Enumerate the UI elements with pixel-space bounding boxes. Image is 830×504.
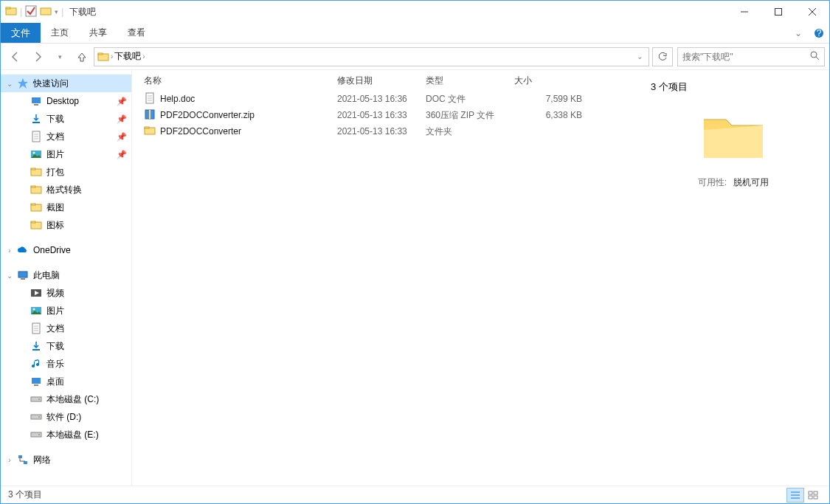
zip-icon [144,108,156,122]
svg-rect-58 [149,110,151,119]
ribbon-expand-icon[interactable]: ⌄ [788,23,809,43]
separator: | [20,7,22,17]
share-tab[interactable]: 共享 [79,23,117,43]
svg-rect-43 [32,378,41,384]
column-headers: 名称 修改日期 类型 大小 [132,70,637,91]
path-root-icon[interactable] [96,48,111,66]
sidebar-item[interactable]: Desktop📌 [1,92,131,110]
sidebar-item[interactable]: 截图 [1,199,131,216]
up-button[interactable] [72,46,92,67]
sidebar-item[interactable]: 图片 [1,302,131,320]
help-icon[interactable]: ? [809,23,829,43]
sidebar-item[interactable]: 下载📌 [1,110,131,128]
window-title: 下载吧 [69,6,96,18]
pin-icon: 📌 [117,114,127,124]
svg-point-50 [38,434,40,435]
navigation-pane[interactable]: ⌄ 快速访问 Desktop📌下载📌文档📌图片📌打包格式转换截图图标 › One… [1,70,132,486]
pin-icon: 📌 [117,150,127,159]
pc-icon [17,269,29,281]
search-input[interactable] [678,52,805,62]
file-row[interactable]: PDF2DOCConverter.zip 2021-05-13 16:33 36… [138,107,637,123]
doc-icon [144,92,156,106]
back-button[interactable] [5,46,26,67]
file-row[interactable]: Help.doc 2021-05-13 16:36 DOC 文件 7,599 K… [138,91,637,107]
file-tab[interactable]: 文件 [1,23,41,43]
network-icon [17,454,29,466]
ribbon-tabs: 文件 主页 共享 查看 ⌄ ? [1,23,829,44]
sidebar-item[interactable]: 桌面 [1,373,131,390]
minimize-button[interactable] [727,1,761,23]
sidebar-item-label: 图标 [46,219,64,232]
sidebar-item[interactable]: 打包 [1,163,131,181]
svg-rect-42 [32,349,40,351]
address-dropdown-icon[interactable]: ⌄ [632,52,647,61]
sidebar-item[interactable]: 软件 (D:) [1,408,131,426]
refresh-button[interactable] [652,47,673,66]
sidebar-item[interactable]: 文档📌 [1,128,131,145]
availability-row: 可用性: 脱机可用 [651,176,816,189]
sidebar-quick-access[interactable]: ⌄ 快速访问 [1,75,131,92]
view-tab[interactable]: 查看 [117,23,156,43]
close-button[interactable] [795,1,829,23]
thumbnails-view-button[interactable] [804,488,822,503]
collapse-icon[interactable]: ⌄ [5,272,14,280]
sidebar-item-label: 网络 [33,454,51,466]
qat-dropdown-icon[interactable]: ▾ [55,8,58,15]
svg-rect-65 [814,491,817,494]
column-date[interactable]: 修改日期 [331,75,420,87]
svg-rect-11 [98,53,103,55]
column-size[interactable]: 大小 [508,75,582,87]
column-name[interactable]: 名称 [138,75,331,87]
maximize-button[interactable] [761,1,795,23]
collapse-icon[interactable]: ⌄ [5,80,14,88]
forward-button[interactable] [27,46,48,67]
search-icon[interactable] [805,50,824,63]
address-bar[interactable]: › 下载吧 › ⌄ [94,47,649,66]
sidebar-item[interactable]: 下载 [1,337,131,355]
svg-rect-27 [31,186,35,187]
sidebar-item[interactable]: 音乐 [1,355,131,373]
home-tab[interactable]: 主页 [41,23,79,43]
expand-icon[interactable]: › [5,246,14,255]
svg-rect-5 [775,9,782,15]
svg-rect-3 [41,8,51,15]
sidebar-item[interactable]: 本地磁盘 (C:) [1,390,131,408]
sidebar-this-pc[interactable]: ⌄ 此电脑 [1,266,131,284]
sidebar-item-label: 下载 [46,113,64,125]
separator: | [61,7,63,17]
svg-rect-17 [32,122,40,123]
folder-large-icon [651,108,816,162]
details-pane: 3 个项目 可用性: 脱机可用 [637,70,829,486]
file-date: 2021-05-13 16:33 [331,110,420,120]
sidebar-item-label: 图片 [46,148,64,161]
svg-rect-52 [24,461,27,464]
chevron-right-icon[interactable]: › [142,52,145,61]
sidebar-item[interactable]: 图片📌 [1,145,131,163]
details-view-button[interactable] [786,488,804,503]
file-type: 文件夹 [420,125,508,138]
sidebar-network[interactable]: › 网络 [1,451,131,469]
recent-dropdown-icon[interactable]: ▾ [49,46,70,67]
svg-rect-15 [32,97,41,103]
svg-point-37 [33,308,35,311]
sidebar-item[interactable]: 本地磁盘 (E:) [1,426,131,443]
svg-rect-51 [18,455,22,458]
sidebar-item[interactable]: 图标 [1,216,131,234]
expand-icon[interactable]: › [5,456,14,464]
quick-access-toolbar: | ▾ | [1,5,63,19]
sidebar-onedrive[interactable]: › OneDrive [1,241,131,259]
search-box[interactable] [677,47,825,66]
folder-small-icon[interactable] [40,5,52,19]
column-type[interactable]: 类型 [420,75,508,87]
check-icon[interactable] [25,5,37,19]
availability-value: 脱机可用 [733,177,769,187]
sidebar-item[interactable]: 格式转换 [1,181,131,199]
sidebar-item[interactable]: 文档 [1,320,131,337]
star-icon [17,77,29,89]
file-row[interactable]: PDF2DOCConverter 2021-05-13 16:33 文件夹 [138,123,637,139]
svg-line-13 [816,57,819,60]
sidebar-item-label: 软件 (D:) [46,411,81,424]
sidebar-item-label: 音乐 [46,358,64,370]
sidebar-item[interactable]: 视频 [1,284,131,302]
path-segment[interactable]: 下载吧 [113,48,142,66]
